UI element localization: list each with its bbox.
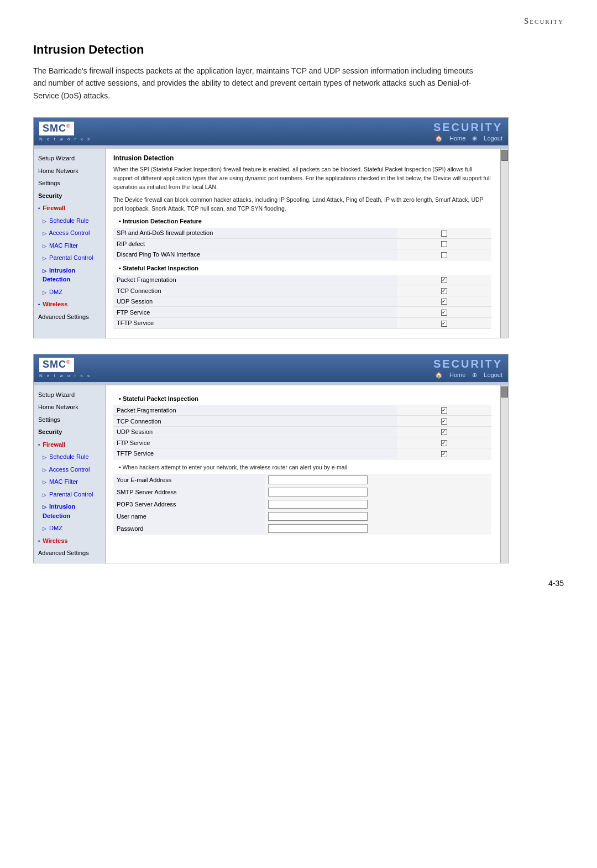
username-input[interactable]	[268, 512, 368, 521]
spi-checkbox[interactable]	[397, 405, 491, 416]
panel2-header-right: SECURITY 🏠 Home ⊕ Logout	[433, 358, 502, 379]
panel1-desc1: When the SPI (Stateful Packet Inspection…	[113, 165, 491, 191]
table-row: POP3 Server Address	[113, 498, 491, 510]
sidebar-item-setup-wizard-1[interactable]: Setup Wizard	[34, 152, 105, 165]
feature-checkbox[interactable]	[397, 249, 491, 260]
panel1-header-right: SECURITY 🏠 Home ⊕ Logout	[433, 121, 502, 142]
form-input-cell	[265, 510, 491, 522]
sidebar-item-schedule-rule-2[interactable]: ▷ Schedule Rule	[34, 451, 105, 463]
panel2-sidebar: Setup Wizard Home Network Settings Secur…	[34, 385, 106, 563]
panel2-alert-text: When hackers attempt to enter your netwo…	[119, 464, 491, 470]
sidebar-item-settings-1[interactable]: Settings	[34, 177, 105, 190]
home-icon-2: 🏠	[435, 372, 443, 379]
spi-checkbox[interactable]	[397, 307, 491, 318]
table-row: FTP Service	[113, 437, 491, 448]
sidebar-item-home-network-2[interactable]: Home Network	[34, 401, 105, 414]
panel1-feature-table: SPI and Anti-DoS firewall protection RIP…	[113, 228, 491, 260]
feature-checkbox[interactable]	[397, 228, 491, 238]
panel2-section1-label: Stateful Packet Inspection	[119, 395, 491, 402]
panel1-section1-label: Intrusion Detection Feature	[119, 218, 491, 224]
spi-checkbox[interactable]	[397, 416, 491, 427]
sidebar-item-parental-control-1[interactable]: ▷ Parental Control	[34, 252, 105, 264]
panel1-main-content: Intrusion Detection When the SPI (Statef…	[106, 149, 508, 338]
panel2-scrollbar[interactable]	[500, 385, 508, 563]
sidebar-item-dmz-1[interactable]: ▷ DMZ	[34, 286, 105, 299]
sidebar-item-intrusion-detection-1[interactable]: ▷ Intrusion Detection	[34, 264, 105, 286]
sidebar-item-advanced-settings-1[interactable]: Advanced Settings	[34, 311, 105, 323]
spi-checkbox[interactable]	[397, 275, 491, 285]
spi-checkbox[interactable]	[397, 285, 491, 296]
smtp-server-input[interactable]	[268, 488, 368, 496]
home-link-2[interactable]: Home	[449, 372, 465, 379]
spi-checkbox[interactable]	[397, 318, 491, 329]
form-input-cell	[265, 522, 491, 535]
logout-icon-1: ⊕	[472, 135, 477, 142]
email-address-input[interactable]	[268, 475, 368, 484]
password-input[interactable]	[268, 524, 368, 533]
sidebar-item-settings-2[interactable]: Settings	[34, 414, 105, 426]
spi-label: TFTP Service	[113, 318, 397, 329]
checkbox-ftp-service-2[interactable]	[441, 440, 447, 446]
checkbox-udp-session-1[interactable]	[441, 299, 447, 305]
spi-checkbox[interactable]	[397, 448, 491, 459]
smc-logo-1: SMC® N e t w o r k s	[39, 122, 91, 142]
panel1-scroll-thumb[interactable]	[501, 150, 508, 161]
sidebar-item-wireless-2[interactable]: • Wireless	[34, 535, 105, 547]
panel1-spi-table: Packet Fragmentation TCP Connection UDP …	[113, 275, 491, 329]
panel1-body: Setup Wizard Home Network Settings Secur…	[34, 149, 508, 338]
sidebar-item-access-control-2[interactable]: ▷ Access Control	[34, 463, 105, 476]
sidebar-item-access-control-1[interactable]: ▷ Access Control	[34, 227, 105, 239]
pop3-server-input[interactable]	[268, 500, 368, 509]
spi-label: Packet Fragmentation	[113, 405, 397, 416]
sidebar-item-security-2[interactable]: Security	[34, 426, 105, 438]
logout-icon-2: ⊕	[472, 372, 477, 379]
table-row: Your E-mail Address	[113, 474, 491, 486]
spi-label: TFTP Service	[113, 448, 397, 459]
checkbox-tcp-conn-1[interactable]	[441, 288, 447, 294]
sidebar-item-intrusion-detection-2[interactable]: ▷ Intrusion Detection	[34, 500, 105, 522]
smc-logo-2: SMC® N e t w o r k s	[39, 358, 91, 378]
sidebar-item-firewall-2[interactable]: • Firewall	[34, 438, 105, 451]
spi-checkbox[interactable]	[397, 296, 491, 307]
logout-link-1[interactable]: Logout	[484, 135, 502, 142]
security-title-1: SECURITY	[433, 121, 502, 134]
checkbox-tftp-service-1[interactable]	[441, 321, 447, 327]
checkbox-spi-antidos[interactable]	[441, 231, 447, 237]
spi-checkbox[interactable]	[397, 426, 491, 437]
sidebar-item-schedule-rule-1[interactable]: ▷ Schedule Rule	[34, 215, 105, 227]
table-row: FTP Service	[113, 307, 491, 318]
checkbox-udp-session-2[interactable]	[441, 429, 447, 435]
spi-checkbox[interactable]	[397, 437, 491, 448]
feature-label: RIP defect	[113, 238, 397, 249]
home-link-1[interactable]: Home	[449, 135, 465, 142]
checkbox-rip-defect[interactable]	[441, 241, 447, 247]
sidebar-item-setup-wizard-2[interactable]: Setup Wizard	[34, 389, 105, 401]
panel2-email-form: Your E-mail Address SMTP Server Address …	[113, 474, 491, 535]
sidebar-item-mac-filter-2[interactable]: ▷ MAC Filter	[34, 475, 105, 488]
feature-checkbox[interactable]	[397, 238, 491, 249]
table-row: Password	[113, 522, 491, 535]
sidebar-item-firewall-1[interactable]: • Firewall	[34, 202, 105, 215]
form-label: POP3 Server Address	[113, 498, 265, 510]
panel2-scroll-thumb[interactable]	[501, 386, 508, 398]
panel1-scrollbar[interactable]	[500, 149, 508, 338]
checkbox-tcp-conn-2[interactable]	[441, 419, 447, 425]
checkbox-packet-frag-1[interactable]	[441, 277, 447, 283]
sidebar-item-mac-filter-1[interactable]: ▷ MAC Filter	[34, 239, 105, 252]
form-label: Password	[113, 522, 265, 535]
table-row: Packet Fragmentation	[113, 275, 491, 285]
checkbox-packet-frag-2[interactable]	[441, 407, 447, 414]
sidebar-item-security-1[interactable]: Security	[34, 190, 105, 202]
checkbox-discard-ping[interactable]	[441, 252, 447, 258]
table-row: Packet Fragmentation	[113, 405, 491, 416]
sidebar-item-wireless-1[interactable]: • Wireless	[34, 298, 105, 311]
spi-label: TCP Connection	[113, 285, 397, 296]
sidebar-item-home-network-1[interactable]: Home Network	[34, 165, 105, 177]
table-row: TCP Connection	[113, 416, 491, 427]
sidebar-item-dmz-2[interactable]: ▷ DMZ	[34, 522, 105, 535]
sidebar-item-parental-control-2[interactable]: ▷ Parental Control	[34, 488, 105, 501]
logout-link-2[interactable]: Logout	[484, 372, 502, 379]
checkbox-ftp-service-1[interactable]	[441, 310, 447, 316]
sidebar-item-advanced-settings-2[interactable]: Advanced Settings	[34, 547, 105, 560]
checkbox-tftp-service-2[interactable]	[441, 451, 447, 457]
